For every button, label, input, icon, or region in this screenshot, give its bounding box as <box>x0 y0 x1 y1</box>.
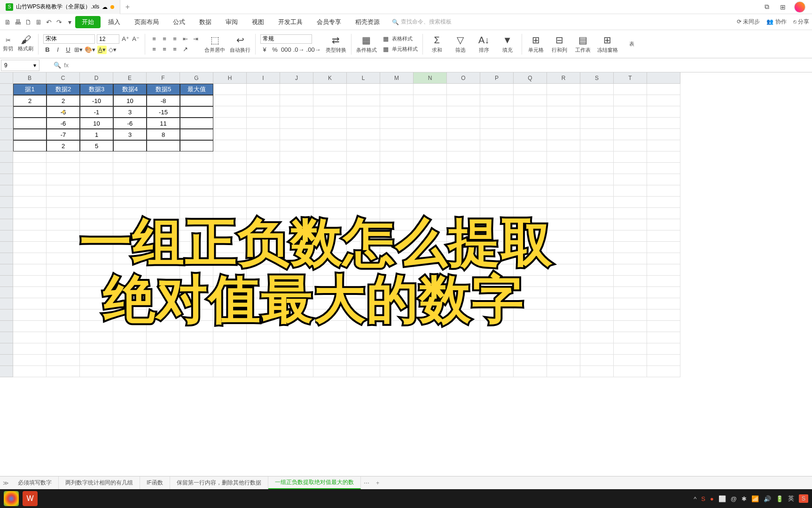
column-header[interactable]: P <box>480 72 514 84</box>
empty-cell[interactable] <box>514 118 547 129</box>
empty-cell[interactable] <box>180 230 213 242</box>
empty-cell[interactable] <box>213 310 247 321</box>
data-cell[interactable]: -8 <box>147 95 180 106</box>
empty-cell[interactable] <box>580 310 614 321</box>
empty-cell[interactable] <box>447 118 480 129</box>
empty-cell[interactable] <box>113 264 147 276</box>
empty-cell[interactable] <box>614 106 647 118</box>
empty-cell[interactable] <box>213 366 247 377</box>
empty-cell[interactable] <box>647 197 680 208</box>
empty-cell[interactable] <box>647 276 680 287</box>
empty-cell[interactable] <box>180 197 213 208</box>
empty-cell[interactable] <box>180 276 213 287</box>
empty-cell[interactable] <box>113 230 147 242</box>
empty-cell[interactable] <box>647 366 680 377</box>
empty-cell[interactable] <box>480 253 514 264</box>
collab-button[interactable]: 👥 协作 <box>766 18 786 26</box>
empty-cell[interactable] <box>13 332 47 343</box>
empty-cell[interactable] <box>213 253 247 264</box>
empty-cell[interactable] <box>247 276 280 287</box>
empty-cell[interactable] <box>47 264 80 276</box>
empty-cell[interactable] <box>47 174 80 185</box>
fontsize-select[interactable] <box>97 34 119 44</box>
empty-cell[interactable] <box>280 287 313 298</box>
empty-cell[interactable] <box>47 366 80 377</box>
empty-cell[interactable] <box>514 355 547 366</box>
empty-cell[interactable] <box>80 276 113 287</box>
empty-cell[interactable] <box>580 174 614 185</box>
tab-pagelayout[interactable]: 页面布局 <box>128 16 165 28</box>
wps-app[interactable]: W <box>23 491 38 506</box>
data-cell[interactable] <box>13 118 47 129</box>
empty-cell[interactable] <box>147 163 180 174</box>
empty-cell[interactable] <box>180 310 213 321</box>
save-icon[interactable]: 🗎 <box>3 17 12 27</box>
empty-cell[interactable] <box>447 151 480 163</box>
empty-cell[interactable] <box>547 95 580 106</box>
empty-cell[interactable] <box>614 355 647 366</box>
empty-cell[interactable] <box>480 163 514 174</box>
empty-cell[interactable] <box>647 163 680 174</box>
empty-cell[interactable] <box>514 95 547 106</box>
empty-cell[interactable] <box>113 332 147 343</box>
table-header-cell[interactable]: 最大值 <box>180 84 213 95</box>
empty-cell[interactable] <box>247 197 280 208</box>
empty-cell[interactable] <box>147 264 180 276</box>
empty-cell[interactable] <box>514 253 547 264</box>
empty-cell[interactable] <box>247 355 280 366</box>
empty-cell[interactable] <box>614 242 647 253</box>
column-header[interactable]: R <box>547 72 580 84</box>
tray-bt-icon[interactable]: ✱ <box>742 495 747 502</box>
empty-cell[interactable] <box>447 287 480 298</box>
table-header-cell[interactable]: 数据2 <box>47 84 80 95</box>
data-cell[interactable]: -6 <box>113 118 147 129</box>
empty-cell[interactable] <box>414 140 447 151</box>
empty-cell[interactable] <box>147 197 180 208</box>
empty-cell[interactable] <box>580 95 614 106</box>
empty-cell[interactable] <box>514 321 547 332</box>
sheet-tab-2[interactable]: IF函数 <box>140 476 170 489</box>
empty-cell[interactable] <box>447 366 480 377</box>
empty-cell[interactable] <box>213 163 247 174</box>
align-left-icon[interactable]: ≡ <box>150 45 158 54</box>
empty-cell[interactable] <box>514 332 547 343</box>
data-cell[interactable]: 1 <box>80 129 113 140</box>
empty-cell[interactable] <box>147 253 180 264</box>
empty-cell[interactable] <box>247 253 280 264</box>
empty-cell[interactable] <box>313 310 347 321</box>
cellstyle-icon[interactable]: ▦ <box>382 45 390 54</box>
empty-cell[interactable] <box>213 298 247 310</box>
empty-cell[interactable] <box>580 140 614 151</box>
empty-cell[interactable] <box>580 118 614 129</box>
empty-cell[interactable] <box>447 230 480 242</box>
empty-cell[interactable] <box>147 332 180 343</box>
empty-cell[interactable] <box>647 140 680 151</box>
empty-cell[interactable] <box>647 185 680 197</box>
data-cell[interactable]: -6 <box>47 106 80 118</box>
tab-data[interactable]: 数据 <box>193 16 218 28</box>
empty-cell[interactable] <box>280 276 313 287</box>
empty-cell[interactable] <box>447 140 480 151</box>
empty-cell[interactable] <box>247 298 280 310</box>
empty-cell[interactable] <box>514 208 547 219</box>
empty-cell[interactable] <box>614 321 647 332</box>
empty-cell[interactable] <box>480 174 514 185</box>
empty-cell[interactable] <box>313 298 347 310</box>
empty-cell[interactable] <box>547 242 580 253</box>
empty-cell[interactable] <box>147 310 180 321</box>
empty-cell[interactable] <box>580 219 614 230</box>
empty-cell[interactable] <box>147 343 180 355</box>
empty-cell[interactable] <box>147 174 180 185</box>
empty-cell[interactable] <box>380 129 414 140</box>
column-header[interactable]: F <box>147 72 180 84</box>
sheet-nav-prev[interactable]: ≫ <box>0 480 11 486</box>
sheet-tab-3[interactable]: 保留第一行内容，删除其他行数据 <box>170 476 268 489</box>
empty-cell[interactable] <box>13 208 47 219</box>
empty-cell[interactable] <box>313 332 347 343</box>
empty-cell[interactable] <box>580 230 614 242</box>
preview-icon[interactable]: 🗋 <box>23 17 33 27</box>
empty-cell[interactable] <box>47 276 80 287</box>
empty-cell[interactable] <box>13 355 47 366</box>
empty-cell[interactable] <box>580 185 614 197</box>
freeze-button[interactable]: ⊞冻结窗格 <box>597 34 618 54</box>
